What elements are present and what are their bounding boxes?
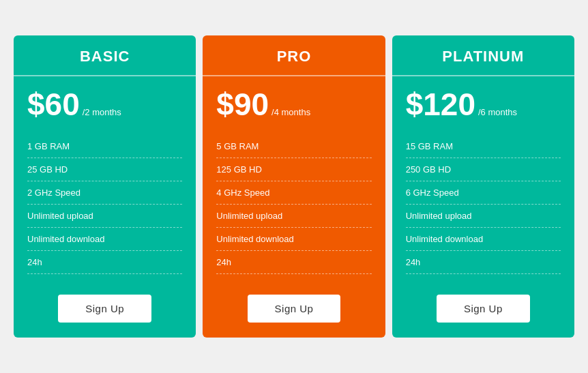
feature-item-basic-1: 25 GB HD xyxy=(27,158,182,181)
feature-item-basic-4: Unlimited download xyxy=(27,228,182,251)
feature-item-platinum-3: Unlimited upload xyxy=(406,205,561,228)
plan-header-pro: PRO xyxy=(203,35,385,76)
feature-item-platinum-4: Unlimited download xyxy=(406,228,561,251)
feature-item-platinum-2: 6 GHz Speed xyxy=(406,181,561,205)
price-amount-basic: $60 xyxy=(27,89,80,120)
plan-name-pro: PRO xyxy=(277,48,312,65)
feature-item-pro-0: 5 GB RAM xyxy=(216,135,371,158)
price-amount-pro: $90 xyxy=(216,89,269,120)
plan-card-platinum: PLATINUM$120/6 months15 GB RAM250 GB HD6… xyxy=(392,35,574,338)
plan-name-platinum: PLATINUM xyxy=(442,48,524,65)
plan-features-platinum: 15 GB RAM250 GB HD6 GHz SpeedUnlimited u… xyxy=(392,130,574,280)
signup-button-platinum[interactable]: Sign Up xyxy=(437,295,530,323)
feature-item-pro-3: Unlimited upload xyxy=(216,205,371,228)
plan-card-pro: PRO$90/4 months5 GB RAM125 GB HD4 GHz Sp… xyxy=(203,35,385,338)
feature-item-pro-2: 4 GHz Speed xyxy=(216,181,371,205)
feature-item-platinum-1: 250 GB HD xyxy=(406,158,561,181)
feature-item-basic-2: 2 GHz Speed xyxy=(27,181,182,205)
signup-button-basic[interactable]: Sign Up xyxy=(58,295,151,323)
feature-item-pro-1: 125 GB HD xyxy=(216,158,371,181)
plan-name-basic: BASIC xyxy=(80,48,130,65)
feature-item-basic-5: 24h xyxy=(27,251,182,274)
plan-footer-basic: Sign Up xyxy=(14,280,196,338)
price-period-pro: /4 months xyxy=(271,107,310,117)
pricing-container: BASIC$60/2 months1 GB RAM25 GB HD2 GHz S… xyxy=(0,22,588,351)
feature-item-platinum-5: 24h xyxy=(406,251,561,274)
plan-footer-platinum: Sign Up xyxy=(392,280,574,338)
plan-price-section-basic: $60/2 months xyxy=(14,76,196,130)
price-period-platinum: /6 months xyxy=(478,107,517,117)
feature-item-basic-3: Unlimited upload xyxy=(27,205,182,228)
plan-price-section-pro: $90/4 months xyxy=(203,76,385,130)
signup-button-pro[interactable]: Sign Up xyxy=(248,295,341,323)
feature-item-pro-4: Unlimited download xyxy=(216,228,371,251)
price-period-basic: /2 months xyxy=(83,107,121,117)
feature-item-platinum-0: 15 GB RAM xyxy=(406,135,561,158)
plan-price-section-platinum: $120/6 months xyxy=(392,76,574,130)
plan-header-basic: BASIC xyxy=(14,35,196,76)
price-amount-platinum: $120 xyxy=(406,89,475,120)
plan-card-basic: BASIC$60/2 months1 GB RAM25 GB HD2 GHz S… xyxy=(14,35,196,338)
plan-features-pro: 5 GB RAM125 GB HD4 GHz SpeedUnlimited up… xyxy=(203,130,385,280)
plan-header-platinum: PLATINUM xyxy=(392,35,574,76)
plan-features-basic: 1 GB RAM25 GB HD2 GHz SpeedUnlimited upl… xyxy=(14,130,196,280)
feature-item-basic-0: 1 GB RAM xyxy=(27,135,182,158)
feature-item-pro-5: 24h xyxy=(216,251,371,274)
plan-footer-pro: Sign Up xyxy=(203,280,385,338)
